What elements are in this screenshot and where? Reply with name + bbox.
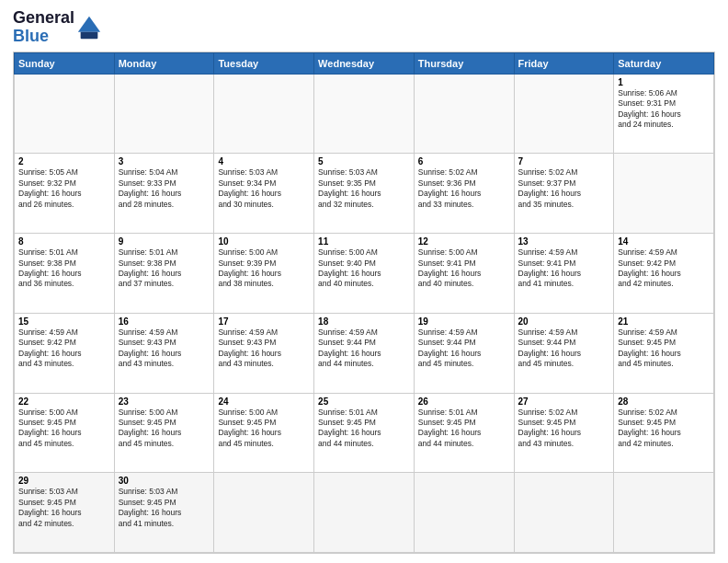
- calendar-week-0: 1Sunrise: 5:06 AMSunset: 9:31 PMDaylight…: [15, 74, 714, 154]
- day-number: 21: [618, 316, 710, 327]
- day-7: 7Sunrise: 5:02 AMSunset: 9:37 PMDaylight…: [514, 154, 614, 234]
- day-info: Sunrise: 5:03 AMSunset: 9:35 PMDaylight:…: [318, 167, 410, 210]
- day-info: Sunrise: 5:03 AMSunset: 9:45 PMDaylight:…: [18, 487, 110, 529]
- empty-cell: [214, 74, 314, 154]
- day-number: 13: [518, 236, 610, 247]
- day-5: 5Sunrise: 5:03 AMSunset: 9:35 PMDaylight…: [314, 154, 415, 234]
- day-info: Sunrise: 5:00 AMSunset: 9:45 PMDaylight:…: [218, 408, 310, 450]
- day-number: 14: [618, 236, 710, 247]
- calendar-week-1: 2Sunrise: 5:05 AMSunset: 9:32 PMDaylight…: [15, 154, 714, 234]
- day-number: 5: [318, 156, 410, 167]
- day-info: Sunrise: 5:03 AMSunset: 9:45 PMDaylight:…: [119, 487, 210, 529]
- day-27: 27Sunrise: 5:02 AMSunset: 9:45 PMDayligh…: [514, 393, 614, 473]
- header-day-friday: Friday: [514, 52, 614, 74]
- day-number: 24: [218, 396, 310, 407]
- day-info: Sunrise: 5:01 AMSunset: 9:38 PMDaylight:…: [18, 247, 110, 290]
- day-number: 4: [218, 156, 310, 167]
- header-day-tuesday: Tuesday: [214, 52, 314, 74]
- day-8: 8Sunrise: 5:01 AMSunset: 9:38 PMDaylight…: [15, 234, 115, 314]
- empty-cell: [514, 74, 614, 154]
- day-15: 15Sunrise: 4:59 AMSunset: 9:42 PMDayligh…: [15, 313, 115, 393]
- day-info: Sunrise: 5:02 AMSunset: 9:45 PMDaylight:…: [518, 408, 610, 450]
- day-number: 28: [618, 396, 710, 407]
- day-4: 4Sunrise: 5:03 AMSunset: 9:34 PMDaylight…: [214, 154, 314, 234]
- day-1: 1Sunrise: 5:06 AMSunset: 9:31 PMDaylight…: [614, 74, 714, 154]
- day-14: 14Sunrise: 4:59 AMSunset: 9:42 PMDayligh…: [614, 234, 714, 314]
- day-number: 11: [318, 236, 410, 247]
- day-24: 24Sunrise: 5:00 AMSunset: 9:45 PMDayligh…: [214, 393, 314, 473]
- day-info: Sunrise: 4:59 AMSunset: 9:45 PMDaylight:…: [618, 327, 710, 370]
- day-number: 30: [119, 476, 210, 486]
- day-25: 25Sunrise: 5:01 AMSunset: 9:45 PMDayligh…: [314, 393, 415, 473]
- day-10: 10Sunrise: 5:00 AMSunset: 9:39 PMDayligh…: [214, 234, 314, 314]
- empty-cell: [414, 74, 514, 154]
- day-19: 19Sunrise: 4:59 AMSunset: 9:44 PMDayligh…: [414, 313, 514, 393]
- day-info: Sunrise: 5:00 AMSunset: 9:45 PMDaylight:…: [119, 408, 210, 450]
- header-day-wednesday: Wednesday: [314, 52, 415, 74]
- header: GeneralBlue: [13, 9, 715, 46]
- header-day-sunday: Sunday: [15, 52, 115, 74]
- day-12: 12Sunrise: 5:00 AMSunset: 9:41 PMDayligh…: [414, 234, 514, 314]
- day-number: 8: [18, 236, 110, 247]
- day-info: Sunrise: 4:59 AMSunset: 9:43 PMDaylight:…: [119, 327, 210, 370]
- day-number: 15: [18, 316, 110, 327]
- day-16: 16Sunrise: 4:59 AMSunset: 9:43 PMDayligh…: [114, 313, 214, 393]
- day-number: 22: [18, 396, 110, 407]
- empty-cell: [614, 154, 714, 234]
- day-info: Sunrise: 5:02 AMSunset: 9:36 PMDaylight:…: [418, 167, 510, 210]
- day-info: Sunrise: 5:00 AMSunset: 9:41 PMDaylight:…: [418, 247, 510, 290]
- day-info: Sunrise: 4:59 AMSunset: 9:44 PMDaylight:…: [418, 327, 510, 370]
- logo-icon: [76, 15, 102, 40]
- empty-cell: [114, 74, 214, 154]
- day-number: 17: [218, 316, 310, 327]
- empty-cell: [214, 473, 314, 553]
- day-number: 9: [119, 236, 210, 247]
- day-info: Sunrise: 4:59 AMSunset: 9:44 PMDaylight:…: [318, 327, 410, 370]
- day-23: 23Sunrise: 5:00 AMSunset: 9:45 PMDayligh…: [114, 393, 214, 473]
- calendar-week-2: 8Sunrise: 5:01 AMSunset: 9:38 PMDaylight…: [15, 234, 714, 314]
- day-number: 1: [618, 77, 710, 87]
- page: GeneralBlue SundayMondayTuesdayWednesday…: [0, 0, 728, 563]
- day-number: 26: [418, 396, 510, 407]
- day-number: 25: [318, 396, 410, 407]
- day-29: 29Sunrise: 5:03 AMSunset: 9:45 PMDayligh…: [15, 473, 115, 553]
- empty-cell: [15, 74, 115, 154]
- day-info: Sunrise: 5:03 AMSunset: 9:34 PMDaylight:…: [218, 167, 310, 210]
- calendar-week-5: 29Sunrise: 5:03 AMSunset: 9:45 PMDayligh…: [15, 473, 714, 553]
- day-2: 2Sunrise: 5:05 AMSunset: 9:32 PMDaylight…: [15, 154, 115, 234]
- day-number: 12: [418, 236, 510, 247]
- day-info: Sunrise: 5:04 AMSunset: 9:33 PMDaylight:…: [119, 167, 210, 210]
- day-info: Sunrise: 4:59 AMSunset: 9:42 PMDaylight:…: [18, 327, 110, 370]
- header-day-thursday: Thursday: [414, 52, 514, 74]
- day-number: 6: [418, 156, 510, 167]
- day-22: 22Sunrise: 5:00 AMSunset: 9:45 PMDayligh…: [15, 393, 115, 473]
- day-26: 26Sunrise: 5:01 AMSunset: 9:45 PMDayligh…: [414, 393, 514, 473]
- day-20: 20Sunrise: 4:59 AMSunset: 9:44 PMDayligh…: [514, 313, 614, 393]
- day-6: 6Sunrise: 5:02 AMSunset: 9:36 PMDaylight…: [414, 154, 514, 234]
- header-day-monday: Monday: [114, 52, 214, 74]
- day-number: 19: [418, 316, 510, 327]
- day-info: Sunrise: 5:00 AMSunset: 9:40 PMDaylight:…: [318, 247, 410, 290]
- day-9: 9Sunrise: 5:01 AMSunset: 9:38 PMDaylight…: [114, 234, 214, 314]
- day-11: 11Sunrise: 5:00 AMSunset: 9:40 PMDayligh…: [314, 234, 415, 314]
- header-day-saturday: Saturday: [614, 52, 714, 74]
- calendar-week-3: 15Sunrise: 4:59 AMSunset: 9:42 PMDayligh…: [15, 313, 714, 393]
- day-info: Sunrise: 4:59 AMSunset: 9:42 PMDaylight:…: [618, 247, 710, 290]
- day-info: Sunrise: 5:06 AMSunset: 9:31 PMDaylight:…: [618, 88, 710, 131]
- day-info: Sunrise: 5:00 AMSunset: 9:45 PMDaylight:…: [18, 408, 110, 450]
- day-info: Sunrise: 5:01 AMSunset: 9:45 PMDaylight:…: [418, 408, 510, 450]
- day-number: 23: [119, 396, 210, 407]
- svg-rect-1: [81, 31, 98, 38]
- calendar-week-4: 22Sunrise: 5:00 AMSunset: 9:45 PMDayligh…: [15, 393, 714, 473]
- day-number: 7: [518, 156, 610, 167]
- day-number: 16: [119, 316, 210, 327]
- calendar-header-row: SundayMondayTuesdayWednesdayThursdayFrid…: [15, 52, 714, 74]
- svg-marker-0: [78, 17, 100, 32]
- day-3: 3Sunrise: 5:04 AMSunset: 9:33 PMDaylight…: [114, 154, 214, 234]
- day-info: Sunrise: 5:02 AMSunset: 9:45 PMDaylight:…: [618, 408, 710, 450]
- day-number: 2: [18, 156, 110, 167]
- day-info: Sunrise: 4:59 AMSunset: 9:41 PMDaylight:…: [518, 247, 610, 290]
- day-13: 13Sunrise: 4:59 AMSunset: 9:41 PMDayligh…: [514, 234, 614, 314]
- day-number: 29: [18, 476, 110, 486]
- empty-cell: [614, 473, 714, 553]
